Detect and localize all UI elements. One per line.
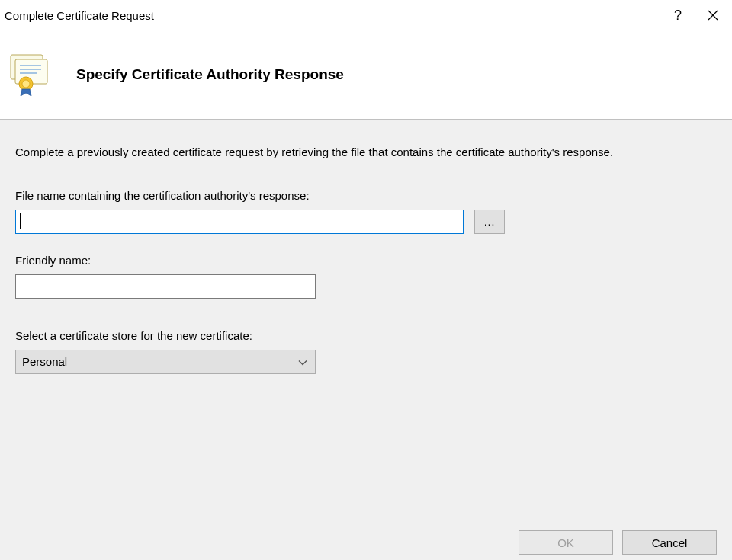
file-input[interactable] [15, 210, 464, 234]
header-title: Specify Certificate Authority Response [76, 66, 344, 83]
svg-point-8 [22, 80, 30, 88]
help-button[interactable]: ? [660, 3, 695, 27]
cancel-button[interactable]: Cancel [622, 530, 717, 555]
friendly-name-input[interactable] [15, 274, 316, 299]
titlebar: Complete Certificate Request ? [0, 0, 732, 30]
close-icon [708, 10, 718, 21]
store-selected-value: Personal [22, 355, 67, 368]
ok-button[interactable]: OK [518, 530, 613, 555]
window-title: Complete Certificate Request [3, 9, 154, 22]
file-row: ... [15, 210, 717, 234]
header-section: Specify Certificate Authority Response [0, 30, 732, 120]
dialog-buttons: OK Cancel [518, 530, 717, 555]
certificate-store-select[interactable]: Personal [15, 350, 316, 374]
text-caret [20, 213, 21, 229]
browse-button[interactable]: ... [474, 210, 505, 234]
browse-label: ... [484, 216, 496, 228]
certificate-icon [8, 52, 53, 98]
intro-text: Complete a previously created certificat… [15, 144, 702, 162]
help-icon: ? [674, 8, 682, 24]
file-label: File name containing the certification a… [15, 189, 717, 202]
store-label: Select a certificate store for the new c… [15, 329, 717, 342]
close-button[interactable] [695, 3, 730, 27]
friendly-label: Friendly name: [15, 254, 717, 267]
titlebar-controls: ? [660, 3, 730, 27]
content-area: Complete a previously created certificat… [0, 120, 732, 560]
chevron-down-icon [298, 355, 307, 368]
